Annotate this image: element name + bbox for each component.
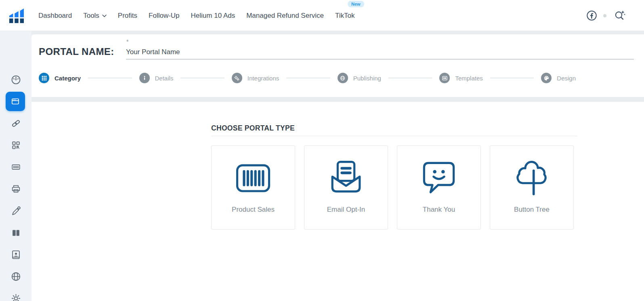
portal-type-card-thank-you[interactable]: Thank You <box>397 145 481 229</box>
portal-type-card-product-sales[interactable]: Product Sales <box>211 145 295 229</box>
nav-tools[interactable]: Tools <box>83 12 107 20</box>
step-connector <box>88 78 132 78</box>
nav-profits[interactable]: Profits <box>118 12 137 20</box>
portal-type-card-email-opt-in[interactable]: Email Opt-In <box>304 145 388 229</box>
palette-icon <box>541 73 552 83</box>
portal-type-card-button-tree[interactable]: Button Tree <box>490 145 574 229</box>
choose-portal-type-heading: CHOOSE PORTAL TYPE <box>211 124 295 133</box>
sparkle-search-icon[interactable] <box>614 10 626 21</box>
step-integrations[interactable]: Integrations <box>232 73 279 83</box>
nav-dashboard[interactable]: Dashboard <box>38 12 72 20</box>
globe-icon[interactable] <box>10 271 21 282</box>
step-design[interactable]: Design <box>541 73 576 83</box>
step-category[interactable]: Category <box>39 73 81 83</box>
nav-tiktok[interactable]: TikTok New <box>335 12 355 20</box>
helium10-logo[interactable] <box>9 8 24 24</box>
nav-helium10-ads[interactable]: Helium 10 Ads <box>191 12 235 20</box>
step-connector <box>490 78 534 78</box>
step-templates[interactable]: Templates <box>439 73 482 83</box>
contact-book-icon[interactable] <box>10 249 21 260</box>
split-layout-icon[interactable] <box>10 227 21 238</box>
open-email-icon <box>327 159 365 197</box>
portal-type-panel: CHOOSE PORTAL TYPE Product Sales <box>31 102 644 301</box>
top-navbar: Dashboard Tools Profits Follow-Up Helium… <box>0 0 644 31</box>
step-connector <box>388 78 432 78</box>
new-badge: New <box>348 1 364 7</box>
step-details[interactable]: Details <box>139 73 174 83</box>
gears-icon <box>232 73 242 83</box>
left-sidebar <box>0 31 31 301</box>
step-connector <box>180 78 224 78</box>
design-pen-icon[interactable] <box>10 205 21 217</box>
qr-code-icon[interactable] <box>10 139 21 151</box>
portal-name-label: PORTAL NAME: <box>39 46 114 57</box>
wizard-stepper: Category Details <box>39 73 576 83</box>
separator-dot <box>603 14 606 17</box>
template-icon <box>439 73 450 83</box>
required-marker: * <box>126 38 128 45</box>
settings-gear-icon[interactable] <box>10 293 21 301</box>
printer-icon[interactable] <box>10 183 21 194</box>
button-tree-icon <box>513 159 551 197</box>
main-nav: Dashboard Tools Profits Follow-Up Helium… <box>38 0 355 31</box>
portal-type-grid: Product Sales Email Opt-In <box>211 145 574 229</box>
link-icon[interactable] <box>10 118 21 129</box>
portal-name-input[interactable] <box>126 45 634 59</box>
gauge-icon[interactable] <box>10 74 21 85</box>
nav-follow-up[interactable]: Follow-Up <box>149 12 180 20</box>
portal-window-icon[interactable] <box>6 92 25 111</box>
nav-managed-refund-service[interactable]: Managed Refund Service <box>246 12 324 20</box>
grid-icon <box>39 73 49 83</box>
chat-smiley-icon <box>420 159 458 197</box>
step-publishing[interactable]: Publishing <box>338 73 381 83</box>
heading-divider <box>211 136 577 136</box>
info-icon <box>139 73 150 83</box>
chevron-down-icon <box>102 15 107 17</box>
facebook-icon[interactable] <box>586 10 597 21</box>
barcode-icon <box>234 159 272 197</box>
step-connector <box>286 78 330 78</box>
globe-icon <box>338 73 348 83</box>
portal-header-card: PORTAL NAME: * Category Details <box>31 34 644 97</box>
barcode-icon[interactable] <box>10 161 21 173</box>
